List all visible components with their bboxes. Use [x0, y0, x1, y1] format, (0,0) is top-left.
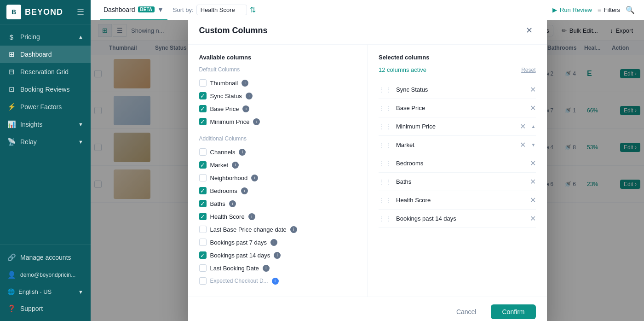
col-checkbox-last-booking-date[interactable] [199, 264, 207, 272]
selected-columns-header: Selected columns [379, 54, 536, 61]
remove-market-button[interactable]: ✕ [520, 140, 526, 149]
info-icon-expected-checkout[interactable]: i [272, 278, 279, 285]
col-checkbox-bookings-14[interactable]: ✓ [199, 251, 207, 259]
remove-sync-status-button[interactable]: ✕ [530, 85, 536, 94]
info-icon-last-booking-date[interactable]: i [263, 265, 270, 272]
drag-handle-sync-status[interactable]: ⋮⋮ [379, 86, 391, 93]
sort-select[interactable]: Health Score [196, 5, 247, 15]
sidebar-item-label: Booking Reviews [20, 86, 69, 93]
language-label: English - US [18, 288, 52, 295]
col-checkbox-base-price[interactable]: ✓ [199, 105, 207, 112]
col-checkbox-expected-checkout[interactable] [199, 277, 207, 285]
sort-filter-icon[interactable]: ⇅ [250, 6, 256, 14]
sidebar-item-pricing[interactable]: $ Pricing ▲ [0, 28, 91, 46]
remove-baths-button[interactable]: ✕ [530, 177, 536, 186]
selected-col-label: Base Price [396, 105, 425, 111]
tab-dashboard[interactable]: Dashboard BETA ▼ [100, 0, 167, 20]
info-icon-sync-status[interactable]: i [246, 93, 253, 99]
info-icon-baths[interactable]: i [229, 200, 236, 207]
col-checkbox-bedrooms[interactable]: ✓ [199, 187, 207, 194]
col-checkbox-channels[interactable] [199, 148, 207, 156]
col-item-last-base-price: Last Base Price change date i [199, 223, 356, 236]
col-item-last-booking-date: Last Booking Date i [199, 262, 356, 274]
info-icon-bookings-7[interactable]: i [270, 239, 277, 246]
sidebar-toggle-icon[interactable]: ☰ [77, 7, 84, 17]
drag-handle-bedrooms[interactable]: ⋮⋮ [379, 160, 391, 167]
col-checkbox-market[interactable]: ✓ [199, 161, 207, 169]
sidebar-item-reservation-grid[interactable]: ⊟ Reservation Grid [0, 63, 91, 81]
sidebar-item-user-account[interactable]: 👤 demo@beyondpricin... [0, 266, 91, 284]
col-label-neighborhood: Neighborhood [210, 175, 248, 181]
modal-overlay: Custom Columns ✕ Available columns Defau… [91, 20, 644, 321]
selected-col-bookings-14: ⋮⋮ Bookings past 14 days ✕ [379, 210, 536, 228]
sidebar-item-relay[interactable]: 📡 Relay ▼ [0, 133, 91, 151]
topbar: Dashboard BETA ▼ Sort by: Health Score ⇅… [91, 0, 644, 20]
col-checkbox-minimum-price[interactable]: ✓ [199, 118, 207, 125]
col-checkbox-bookings-7[interactable] [199, 239, 207, 246]
drag-handle-bookings-14[interactable]: ⋮⋮ [379, 215, 391, 222]
remove-base-price-button[interactable]: ✕ [530, 104, 536, 112]
col-checkbox-neighborhood[interactable] [199, 174, 207, 181]
beta-badge: BETA [138, 6, 155, 12]
info-icon-neighborhood[interactable]: i [251, 175, 258, 181]
selected-col-sync-status: ⋮⋮ Sync Status ✕ [379, 81, 536, 99]
sidebar-item-dashboard[interactable]: ⊞ Dashboard [0, 46, 91, 63]
col-checkbox-thumbnail[interactable] [199, 79, 207, 87]
info-icon-thumbnail[interactable]: i [242, 80, 248, 87]
sort-down-icon[interactable]: ▼ [531, 142, 536, 147]
info-icon-last-base-price[interactable]: i [290, 226, 297, 233]
col-item-sync-status: ✓ Sync Status i [199, 89, 356, 102]
sort-arrows-minimum-price: ▲ [531, 124, 536, 129]
sidebar-item-manage-accounts[interactable]: 🔗 Manage accounts [0, 249, 91, 266]
selected-col-base-price: ⋮⋮ Base Price ✕ [379, 99, 536, 117]
remove-health-score-button[interactable]: ✕ [530, 196, 536, 204]
modal-header: Custom Columns ✕ [188, 20, 547, 45]
search-icon[interactable]: 🔍 [626, 6, 635, 14]
sidebar-item-booking-reviews[interactable]: ⊡ Booking Reviews [0, 81, 91, 98]
tab-dropdown-icon[interactable]: ▼ [157, 6, 164, 13]
sidebar-item-support[interactable]: ❓ Support [0, 300, 91, 317]
content-area: ⊞ ☰ Showing n... ⊞ Custom Columns ✏ Bulk… [91, 20, 644, 321]
modal-footer: Cancel Confirm [188, 297, 547, 321]
drag-handle-minimum-price[interactable]: ⋮⋮ [379, 123, 391, 130]
reset-button[interactable]: Reset [521, 67, 535, 73]
col-label-bookings-14: Bookings past 14 days [210, 252, 270, 259]
selected-col-minimum-price: ⋮⋮ Minimum Price ✕ ▲ [379, 117, 536, 136]
modal-close-button[interactable]: ✕ [523, 24, 536, 37]
sort-up-icon[interactable]: ▲ [531, 124, 536, 129]
power-factors-icon: ⚡ [7, 103, 16, 111]
selected-col-label: Sync Status [396, 86, 428, 93]
drag-handle-base-price[interactable]: ⋮⋮ [379, 105, 391, 112]
info-icon-channels[interactable]: i [239, 149, 246, 156]
filters-label: Filters [604, 6, 620, 13]
col-checkbox-last-base-price[interactable] [199, 226, 207, 233]
info-icon-health-score[interactable]: i [248, 213, 255, 220]
info-icon-bedrooms[interactable]: i [241, 187, 248, 194]
remove-bedrooms-button[interactable]: ✕ [530, 159, 536, 168]
drag-handle-market[interactable]: ⋮⋮ [379, 141, 391, 149]
info-icon-market[interactable]: i [232, 162, 239, 169]
info-icon-base-price[interactable]: i [242, 105, 249, 112]
col-checkbox-baths[interactable]: ✓ [199, 200, 207, 207]
info-icon-bookings-14[interactable]: i [274, 252, 281, 259]
pricing-icon: $ [7, 33, 16, 41]
col-checkbox-sync-status[interactable]: ✓ [199, 92, 207, 99]
info-icon-minimum-price[interactable]: i [253, 118, 260, 125]
confirm-button[interactable]: Confirm [491, 304, 535, 319]
col-checkbox-health-score[interactable]: ✓ [199, 213, 207, 220]
col-label-base-price: Base Price [210, 105, 239, 112]
run-review-button[interactable]: ▶ Run Review [552, 6, 592, 13]
sidebar-item-power-factors[interactable]: ⚡ Power Factors [0, 98, 91, 116]
sidebar-item-label: Relay [20, 138, 37, 146]
drag-handle-health-score[interactable]: ⋮⋮ [379, 197, 391, 204]
insights-icon: 📊 [7, 120, 16, 128]
sidebar-item-language[interactable]: 🌐 English - US ▼ [0, 284, 91, 300]
cancel-button[interactable]: Cancel [447, 304, 486, 319]
tab-dashboard-label: Dashboard [104, 6, 135, 13]
drag-handle-baths[interactable]: ⋮⋮ [379, 178, 391, 186]
filters-button[interactable]: ≡ Filters [598, 6, 620, 13]
remove-minimum-price-button[interactable]: ✕ [520, 122, 526, 131]
run-review-icon: ▶ [552, 6, 557, 13]
remove-bookings-14-button[interactable]: ✕ [530, 214, 536, 223]
sidebar-item-insights[interactable]: 📊 Insights ▼ [0, 116, 91, 133]
